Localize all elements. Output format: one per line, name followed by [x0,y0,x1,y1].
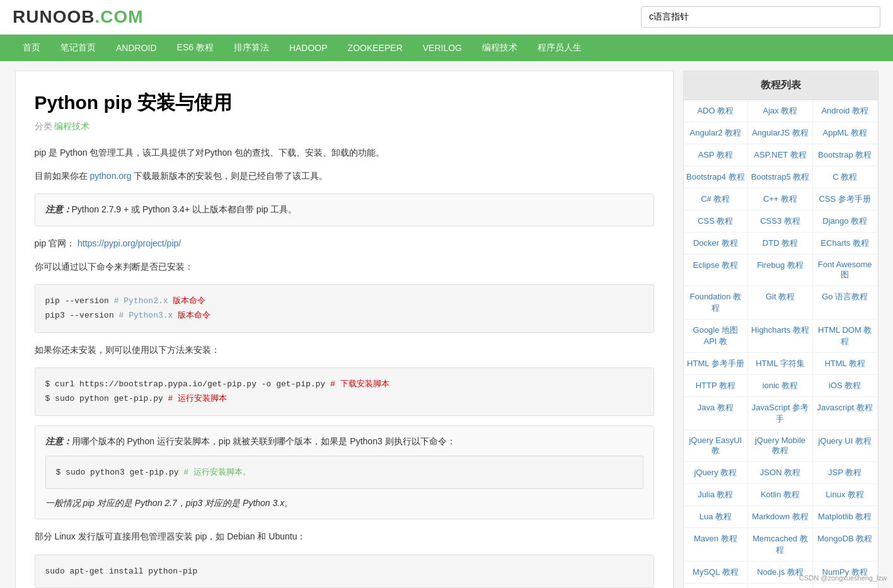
tutorial-item[interactable]: jQuery EasyUI 教 [684,430,749,462]
tutorial-item[interactable]: ionic 教程 [748,375,813,397]
tutorial-item[interactable]: PHP 教程 [813,584,878,588]
search-input[interactable] [641,6,880,28]
article-title: Python pip 安装与使用 [35,90,654,116]
navbar: 首页笔记首页ANDROIDES6 教程排序算法HADOOPZOOKEEPERVE… [0,35,893,61]
tutorial-item[interactable]: Markdown 教程 [748,506,813,528]
tutorial-item[interactable]: Git 教程 [748,286,813,320]
sidebar: 教程列表 ADO 教程Ajax 教程Android 教程Angular2 教程A… [683,71,879,588]
tutorial-item[interactable]: MySQL 教程 [684,562,749,584]
pip-url-link[interactable]: https://pypi.org/project/pip/ [78,238,181,248]
navbar-item[interactable]: 排序算法 [224,35,279,61]
tutorial-item[interactable]: Bootstrap5 教程 [748,166,813,188]
linux-install-p: 部分 Linux 发行版可直接用包管理器安装 pip，如 Debian 和 Ub… [35,529,654,545]
python-org-link[interactable]: python.org [89,171,131,181]
tutorial-item[interactable]: Julia 教程 [684,484,749,506]
tutorial-item[interactable]: AppML 教程 [813,122,878,144]
note-label-1: 注意： [45,204,72,214]
tutorial-item[interactable]: HTML DOM 教程 [813,320,878,353]
tutorial-item[interactable]: ASP 教程 [684,144,749,166]
tutorial-item[interactable]: Maven 教程 [684,528,749,562]
tutorial-item[interactable]: ECharts 教程 [813,233,878,255]
tutorial-item[interactable]: CSS 参考手册 [813,188,878,210]
tutorial-item[interactable]: Google 地图 API 教 [684,320,749,353]
category-label: 分类 [35,121,52,131]
header: RUNOOB.COM [0,0,893,35]
tutorial-item[interactable]: JSON 教程 [748,462,813,484]
tutorial-item[interactable]: Linux 教程 [813,484,878,506]
tutorial-item[interactable]: Matplotlib 教程 [813,506,878,528]
tutorial-item[interactable]: ADO 教程 [684,100,749,122]
navbar-item[interactable]: 笔记首页 [50,35,106,61]
navbar-item[interactable]: HADOOP [279,35,338,61]
navbar-item[interactable]: 首页 [13,35,50,61]
tutorial-item[interactable]: Pandas 教程 [684,584,749,588]
tutorial-item[interactable]: AngularJS 教程 [748,122,813,144]
navbar-item[interactable]: ANDROID [106,35,167,61]
code-line-2: pip3 --version # Python3.x 版本命令 [45,308,643,323]
tutorial-item[interactable]: ASP.NET 教程 [748,144,813,166]
watermark: CSDN @zongxuesheng_lzw [799,574,887,582]
tutorial-item[interactable]: Eclipse 教程 [684,255,749,286]
tutorial-item[interactable]: Bootstrap 教程 [813,144,878,166]
tutorial-item[interactable]: jQuery Mobile 教程 [748,430,813,462]
tutorial-item[interactable]: Foundation 教程 [684,286,749,320]
tutorial-item[interactable]: C++ 教程 [748,188,813,210]
tutorial-item[interactable]: Font Awesome 图 [813,255,878,286]
tutorial-item[interactable]: Perl 教程 [748,584,813,588]
tutorial-item[interactable]: jQuery UI 教程 [813,430,878,462]
navbar-item[interactable]: VERILOG [413,35,472,61]
code-box-2: $ curl https://bootstrap.pypa.io/get-pip… [35,367,654,416]
tutorial-item[interactable]: HTML 教程 [813,353,878,375]
tutorial-item[interactable]: HTML 字符集 [748,353,813,375]
tutorial-list-header: 教程列表 [684,71,878,100]
navbar-item[interactable]: ZOOKEEPER [338,35,413,61]
code-line-4: $ sudo python get-pip.py # 运行安装脚本 [45,391,643,406]
category-link[interactable]: 编程技术 [54,121,89,131]
tutorial-item[interactable]: Javascript 教程 [813,397,878,430]
tutorial-item[interactable]: Firebug 教程 [748,255,813,286]
tutorial-item[interactable]: Android 教程 [813,100,878,122]
logo: RUNOOB.COM [13,7,144,27]
tutorial-item[interactable]: C# 教程 [684,188,749,210]
search-box [641,6,880,28]
logo-runoob: RUNOOB [13,7,95,26]
tutorial-item[interactable]: C 教程 [813,166,878,188]
navbar-item[interactable]: 程序员人生 [527,35,592,61]
tutorial-item[interactable]: Lua 教程 [684,506,749,528]
tutorial-item[interactable]: Memcached 教程 [748,528,813,562]
tutorial-item[interactable]: DTD 教程 [748,233,813,255]
tutorial-item[interactable]: jQuery 教程 [684,462,749,484]
intro-p1: pip 是 Python 包管理工具，该工具提供了对Python 包的查找、下载… [35,145,654,161]
pip-official-p: pip 官网： https://pypi.org/project/pip/ [35,236,654,251]
article-category: 分类 编程技术 [35,121,654,132]
main-layout: Python pip 安装与使用 分类 编程技术 pip 是 Python 包管… [6,61,888,588]
tutorial-item[interactable]: CSS 教程 [684,210,749,233]
tutorial-item[interactable]: CSS3 教程 [748,210,813,233]
navbar-item[interactable]: 编程技术 [472,35,527,61]
tutorial-item[interactable]: iOS 教程 [813,375,878,397]
tutorial-item[interactable]: HTML 参考手册 [684,353,749,375]
note-box-2: 注意：用哪个版本的 Python 运行安装脚本，pip 就被关联到哪个版本，如果… [35,425,654,520]
tutorial-item[interactable]: Django 教程 [813,210,878,233]
tutorial-item[interactable]: JSP 教程 [813,462,878,484]
tutorial-item[interactable]: Java 教程 [684,397,749,430]
tutorial-item[interactable]: Ajax 教程 [748,100,813,122]
if-not-installed-p: 如果你还未安装，则可以使用以下方法来安装： [35,342,654,358]
tutorial-item[interactable]: JavaScript 参考手 [748,397,813,430]
code-box-3: $ sudo python3 get-pip.py # 运行安装脚本。 [45,456,643,489]
navbar-item[interactable]: ES6 教程 [167,35,224,61]
tutorial-item[interactable]: Go 语言教程 [813,286,878,320]
intro-p2: 目前如果你在 python.org 下载最新版本的安装包，则是已经自带了该工具。 [35,168,654,184]
check-install-p: 你可以通过以下命令来判断是否已安装： [35,259,654,275]
tutorial-grid: ADO 教程Ajax 教程Android 教程Angular2 教程Angula… [684,100,878,588]
tutorial-item[interactable]: HTTP 教程 [684,375,749,397]
tutorial-item[interactable]: Angular2 教程 [684,122,749,144]
tutorial-item[interactable]: MongoDB 教程 [813,528,878,562]
code-box-4: sudo apt-get install python-pip [35,555,654,588]
tutorial-item[interactable]: Bootstrap4 教程 [684,166,749,188]
tutorial-list: 教程列表 ADO 教程Ajax 教程Android 教程Angular2 教程A… [683,71,879,588]
tutorial-item[interactable]: Kotlin 教程 [748,484,813,506]
code-box-1: pip --version # Python2.x 版本命令 pip3 --ve… [35,284,654,333]
tutorial-item[interactable]: Highcharts 教程 [748,320,813,353]
tutorial-item[interactable]: Docker 教程 [684,233,749,255]
